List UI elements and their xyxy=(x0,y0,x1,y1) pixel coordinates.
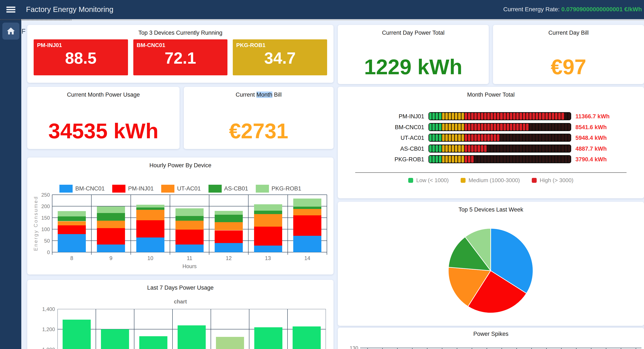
stacked-bar-segment xyxy=(215,215,243,222)
led-segment xyxy=(432,113,435,120)
device-total-value: 5948.4 kWh xyxy=(576,135,607,141)
led-segment xyxy=(471,134,474,141)
legend-item: Low (< 1000) xyxy=(408,177,448,184)
device-label: PM-INJ01 xyxy=(350,113,424,120)
led-segment xyxy=(510,134,512,141)
legend-label: UT-AC01 xyxy=(177,185,200,192)
led-segment xyxy=(445,134,448,141)
stacked-bar-segment xyxy=(97,228,125,245)
led-segment xyxy=(546,134,548,141)
led-segment xyxy=(561,113,564,120)
gridline-v xyxy=(130,195,131,255)
x-tick: 8 xyxy=(52,255,91,261)
card-last-7-days-power-usage: Last 7 Days Power Usage chart 1,4001,200… xyxy=(27,280,334,349)
led-segment xyxy=(536,113,538,120)
device-tile-value: 88.5 xyxy=(34,49,128,67)
led-segment xyxy=(490,134,493,141)
x-tick: 14 xyxy=(288,255,327,261)
gridline-v xyxy=(249,309,250,349)
led-segment xyxy=(432,124,435,130)
day-bill-value: €97 xyxy=(493,55,644,79)
page-title: Factory Energy Monitoring xyxy=(26,5,113,14)
led-segment xyxy=(497,156,500,163)
led-segment xyxy=(500,145,502,152)
led-segment xyxy=(481,113,484,120)
chart-title: Last 7 Days Power Usage xyxy=(27,285,334,291)
gridline-v xyxy=(172,309,173,349)
led-segment xyxy=(484,134,486,141)
stacked-bar-segment xyxy=(97,206,125,213)
app-header: Factory Energy Monitoring Current Energy… xyxy=(0,0,644,19)
stacked-bar-segment xyxy=(176,208,204,216)
led-segment xyxy=(513,134,516,141)
x-tick-mark xyxy=(576,348,576,349)
led-segment xyxy=(516,134,519,141)
led-segment xyxy=(471,124,474,130)
led-segment xyxy=(526,145,528,152)
gridline-v xyxy=(170,195,170,255)
led-segment xyxy=(526,124,528,130)
gridline-v xyxy=(248,195,248,255)
x-tick-mark xyxy=(457,348,457,349)
stacked-bar-segment xyxy=(215,211,243,215)
led-segment xyxy=(500,134,502,141)
led-segment xyxy=(494,145,496,152)
led-segment xyxy=(542,145,544,152)
device-total-value: 4887.7 kWh xyxy=(576,146,607,152)
led-segment xyxy=(436,134,438,141)
led-segment xyxy=(478,156,480,163)
led-segment xyxy=(468,113,470,120)
legend-item: BM-CNC01 xyxy=(60,185,104,193)
bar xyxy=(216,337,244,349)
hamburger-menu-icon[interactable] xyxy=(6,5,15,14)
led-segment xyxy=(465,124,467,130)
led-segment xyxy=(494,134,496,141)
bar xyxy=(139,336,168,349)
led-segment xyxy=(487,145,490,152)
card-power-spikes: Power Spikes 130 xyxy=(338,328,644,349)
led-segment xyxy=(536,145,538,152)
led-segment xyxy=(458,134,461,141)
device-tile-value: 34.7 xyxy=(233,49,327,67)
led-segment xyxy=(490,145,493,152)
led-segment xyxy=(436,113,438,120)
led-segment xyxy=(462,113,464,120)
gridline-h xyxy=(58,309,326,309)
led-segment xyxy=(445,124,448,130)
card-top3-devices: Top 3 Devices Currently Running PM-INJ01… xyxy=(27,25,334,83)
led-segment xyxy=(497,134,500,141)
led-segment xyxy=(432,156,435,163)
card-current-month-bill: Current Month Bill €2731 xyxy=(184,87,334,149)
stacked-bar-segment xyxy=(176,216,204,221)
led-segment xyxy=(455,134,458,141)
legend-swatch xyxy=(60,185,72,193)
sidebar-item-home[interactable] xyxy=(2,22,20,39)
led-segment xyxy=(490,113,493,120)
led-segment xyxy=(500,113,502,120)
led-segment xyxy=(448,145,451,152)
card-hourly-power-by-device: Hourly Power By Device BM-CNC01PM-INJ01U… xyxy=(27,157,334,275)
led-segment xyxy=(520,145,522,152)
sidebar xyxy=(0,19,21,349)
led-segment xyxy=(471,145,474,152)
led-segment xyxy=(487,134,490,141)
y-tick: 1,000 xyxy=(36,347,55,349)
led-segment xyxy=(565,113,567,120)
month-bill-value: €2731 xyxy=(184,119,334,143)
legend-item: AS-CB01 xyxy=(208,185,248,193)
stacked-bar-segment xyxy=(254,227,282,246)
x-tick-mark xyxy=(397,348,398,349)
stacked-bar-segment xyxy=(97,221,125,228)
device-tile: PM-INJ0188.5 xyxy=(34,39,128,75)
y-tick: 50 xyxy=(36,238,50,244)
led-segment xyxy=(539,124,541,130)
led-segment xyxy=(536,134,538,141)
led-segment xyxy=(546,124,548,130)
gridline-v xyxy=(326,309,326,349)
x-tick-mark xyxy=(367,348,368,349)
card-title: Current Day Bill xyxy=(493,29,644,36)
card-title: Current Month Bill xyxy=(184,91,334,98)
gridline-v xyxy=(287,309,288,349)
led-segment xyxy=(452,134,454,141)
led-segment xyxy=(452,124,454,130)
